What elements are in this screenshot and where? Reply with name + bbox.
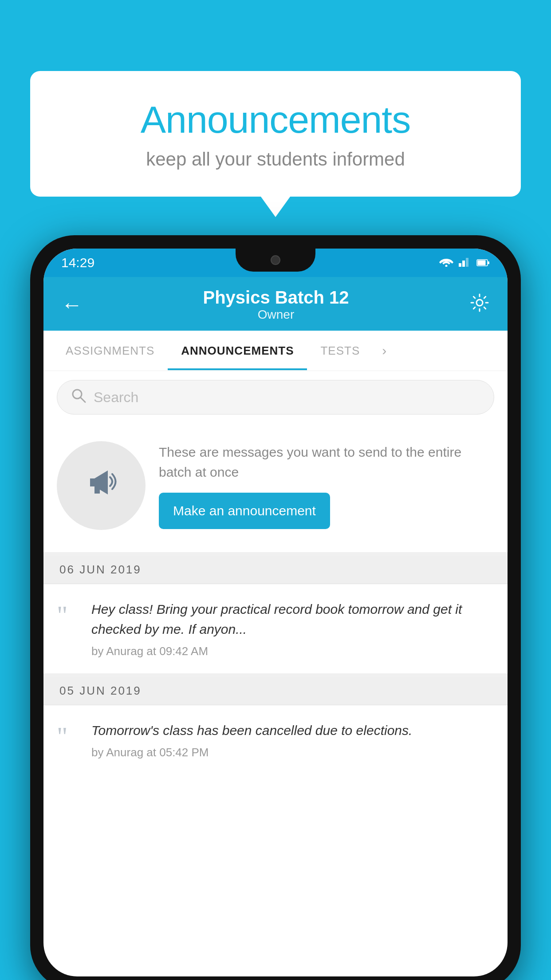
notch <box>236 249 315 272</box>
make-announcement-button[interactable]: Make an announcement <box>159 493 330 529</box>
date-section-2: 05 JUN 2019 <box>43 677 508 705</box>
header-title-section: Physics Batch 12 Owner <box>83 288 469 322</box>
tab-tests[interactable]: TESTS <box>307 332 373 370</box>
announcement-content-2: Tomorrow's class has been cancelled due … <box>91 720 494 759</box>
notch-camera <box>271 255 280 265</box>
owner-subtitle: Owner <box>83 308 469 322</box>
signal-icon <box>459 256 471 270</box>
search-placeholder: Search <box>94 389 138 406</box>
announcement-item-1[interactable]: " Hey class! Bring your practical record… <box>43 584 508 677</box>
tab-more-icon[interactable]: › <box>373 331 395 371</box>
promo-right: These are messages you want to send to t… <box>159 442 494 529</box>
settings-button[interactable] <box>469 292 490 317</box>
svg-rect-5 <box>478 260 486 265</box>
battery-icon <box>476 256 490 270</box>
back-button[interactable]: ← <box>61 292 83 317</box>
announcement-text-2: Tomorrow's class has been cancelled due … <box>91 720 494 740</box>
tab-bar: ASSIGNMENTS ANNOUNCEMENTS TESTS › <box>43 331 508 371</box>
phone-screen: 14:29 <box>43 249 508 976</box>
search-bar[interactable]: Search <box>57 380 494 415</box>
announcement-meta-1: by Anurag at 09:42 AM <box>91 644 494 658</box>
search-container: Search <box>43 371 508 423</box>
megaphone-icon <box>81 462 121 510</box>
phone-frame: 14:29 <box>30 235 521 980</box>
svg-rect-2 <box>462 261 465 267</box>
quote-icon-1: " <box>57 602 79 628</box>
speech-bubble-section: Announcements keep all your students inf… <box>30 71 521 197</box>
svg-line-9 <box>80 397 85 402</box>
announcement-meta-2: by Anurag at 05:42 PM <box>91 746 494 759</box>
app-header: ← Physics Batch 12 Owner <box>43 277 508 331</box>
announcement-promo: These are messages you want to send to t… <box>43 423 508 556</box>
speech-bubble-subtitle: keep all your students informed <box>52 149 499 170</box>
svg-point-7 <box>476 300 483 306</box>
search-icon <box>71 387 87 407</box>
wifi-icon <box>439 256 453 270</box>
tab-announcements[interactable]: ANNOUNCEMENTS <box>168 332 307 370</box>
date-section-1: 06 JUN 2019 <box>43 556 508 584</box>
quote-icon-2: " <box>57 723 79 750</box>
batch-title: Physics Batch 12 <box>83 288 469 308</box>
speech-bubble-title: Announcements <box>52 98 499 142</box>
megaphone-circle <box>57 441 146 530</box>
svg-rect-6 <box>488 261 489 264</box>
svg-rect-1 <box>459 263 461 267</box>
svg-point-0 <box>445 265 448 267</box>
speech-bubble: Announcements keep all your students inf… <box>30 71 521 197</box>
announcement-content-1: Hey class! Bring your practical record b… <box>91 599 494 658</box>
announcement-text-1: Hey class! Bring your practical record b… <box>91 599 494 639</box>
status-time: 14:29 <box>61 255 94 270</box>
announcement-item-2[interactable]: " Tomorrow's class has been cancelled du… <box>43 705 508 775</box>
status-icons <box>439 256 490 270</box>
tab-assignments[interactable]: ASSIGNMENTS <box>52 332 168 370</box>
status-bar: 14:29 <box>43 249 508 277</box>
svg-rect-3 <box>466 258 468 267</box>
promo-description: These are messages you want to send to t… <box>159 442 494 482</box>
